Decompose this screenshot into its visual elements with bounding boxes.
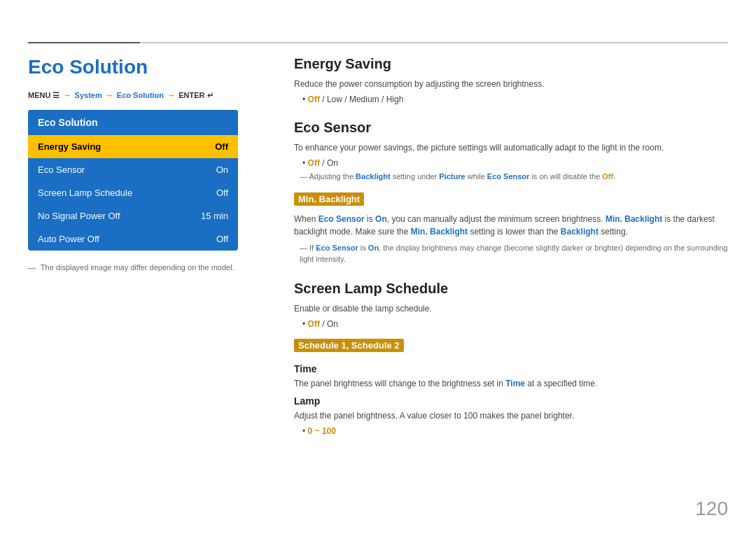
note-dash: —: [28, 263, 36, 272]
eco-sensor-ref2: Eco Sensor: [318, 214, 365, 224]
time-ref: Time: [505, 379, 525, 388]
top-divider: [28, 42, 728, 43]
eco-sensor-ref: Eco Sensor: [487, 172, 530, 181]
eco-item-label-3: No Signal Power Off: [38, 211, 120, 221]
menu-path: MENU ☰ → System → Eco Solution → ENTER ↵: [28, 91, 266, 100]
schedule-highlight: Schedule 1, Schedule 2: [294, 339, 404, 352]
eco-sensor-section: Eco Sensor To enhance your power savings…: [294, 120, 728, 265]
eco-off-option: Off: [308, 158, 320, 168]
enter-label: ENTER ↵: [178, 91, 213, 99]
energy-saving-section: Energy Saving Reduce the power consumpti…: [294, 56, 728, 104]
eco-menu-items: Energy SavingOffEco SensorOnScreen Lamp …: [28, 135, 238, 251]
right-column: Energy Saving Reduce the power consumpti…: [294, 56, 728, 451]
page-title: Eco Solution: [28, 56, 266, 78]
on-ref: On: [375, 214, 387, 224]
min-bl-ref: Min. Backlight: [606, 214, 662, 224]
lamp-sep: /: [322, 319, 327, 329]
left-note: — The displayed image may differ dependi…: [28, 263, 266, 272]
picture-ref: Picture: [439, 172, 465, 181]
eco-solution-menu: Eco Solution Energy SavingOffEco SensorO…: [28, 110, 238, 251]
eco-item-label-4: Auto Power Off: [38, 234, 99, 244]
arrow-3: →: [167, 91, 175, 99]
page-number: 120: [695, 498, 728, 520]
lamp-desc: Adjust the panel brightness. A value clo…: [294, 409, 728, 422]
arrow-1: →: [64, 91, 71, 99]
left-column: Eco Solution MENU ☰ → System → Eco Solut…: [28, 56, 266, 272]
eco-box-title: Eco Solution: [28, 110, 238, 135]
eco-sep: /: [322, 158, 327, 168]
separator-2: /: [344, 94, 349, 104]
energy-saving-desc: Reduce the power consumption by adjustin…: [294, 78, 728, 90]
lamp-range: 0 ~ 100: [302, 426, 728, 436]
min-bl-ref2: Min. Backlight: [411, 227, 468, 237]
backlight-ref: Backlight: [356, 172, 391, 181]
eco-sensor-desc: To enhance your power savings, the pictu…: [294, 141, 728, 154]
screen-lamp-title: Screen Lamp Schedule: [294, 281, 728, 297]
eco-item-value-1: On: [216, 164, 228, 175]
lamp-off-option: Off: [308, 319, 320, 329]
eco-menu-item-1[interactable]: Eco SensorOn: [28, 158, 238, 181]
separator-1: /: [322, 94, 327, 104]
eco-solution-label: Eco Solution: [117, 91, 164, 99]
screen-lamp-desc: Enable or disable the lamp schedule.: [294, 302, 728, 315]
eco-item-value-3: 15 min: [201, 211, 228, 221]
lamp-title: Lamp: [294, 395, 728, 407]
screen-lamp-section: Screen Lamp Schedule Enable or disable t…: [294, 281, 728, 436]
eco-item-value-0: Off: [215, 141, 228, 152]
bl-ref: Backlight: [561, 227, 598, 237]
system-label: System: [75, 91, 102, 99]
on-ref2: On: [368, 244, 379, 252]
medium-option: Medium: [349, 94, 379, 104]
eco-item-label-2: Screen Lamp Schedule: [38, 188, 132, 198]
low-option: Low: [327, 94, 342, 104]
eco-on-option: On: [327, 158, 338, 168]
energy-saving-options: Off / Low / Medium / High: [302, 94, 728, 104]
eco-item-label-1: Eco Sensor: [38, 164, 85, 175]
eco-sensor-title: Eco Sensor: [294, 120, 728, 136]
menu-label: MENU: [28, 91, 50, 99]
eco-menu-item-2[interactable]: Screen Lamp ScheduleOff: [28, 181, 238, 204]
menu-icon: ☰: [52, 91, 62, 99]
time-desc: The panel brightness will change to the …: [294, 377, 728, 390]
time-title: Time: [294, 363, 728, 374]
high-option: High: [386, 94, 404, 104]
min-backlight-note: If Eco Sensor is On, the display brightn…: [300, 242, 728, 265]
eco-menu-item-0[interactable]: Energy SavingOff: [28, 135, 238, 158]
eco-item-value-4: Off: [216, 234, 228, 244]
min-backlight-desc: When Eco Sensor is On, you can manually …: [294, 213, 728, 238]
note-content: The displayed image may differ depending…: [41, 263, 234, 272]
eco-sensor-ref3: Eco Sensor: [316, 244, 358, 252]
separator-3: /: [382, 94, 386, 104]
off-ref: Off: [602, 172, 613, 181]
min-backlight-highlight: Min. Backlight: [294, 192, 364, 206]
lamp-range-value: 0 ~ 100: [308, 426, 336, 436]
eco-sensor-note: Adjusting the Backlight setting under Pi…: [300, 171, 728, 183]
screen-lamp-options: Off / On: [302, 319, 728, 329]
eco-menu-item-3[interactable]: No Signal Power Off15 min: [28, 204, 238, 227]
lamp-on-option: On: [327, 319, 338, 329]
eco-menu-item-4[interactable]: Auto Power OffOff: [28, 227, 238, 251]
energy-saving-title: Energy Saving: [294, 56, 728, 72]
arrow-2: →: [106, 91, 113, 99]
off-option: Off: [308, 94, 320, 104]
eco-sensor-options: Off / On: [302, 158, 728, 168]
eco-item-label-0: Energy Saving: [38, 141, 101, 152]
eco-item-value-2: Off: [216, 188, 228, 198]
